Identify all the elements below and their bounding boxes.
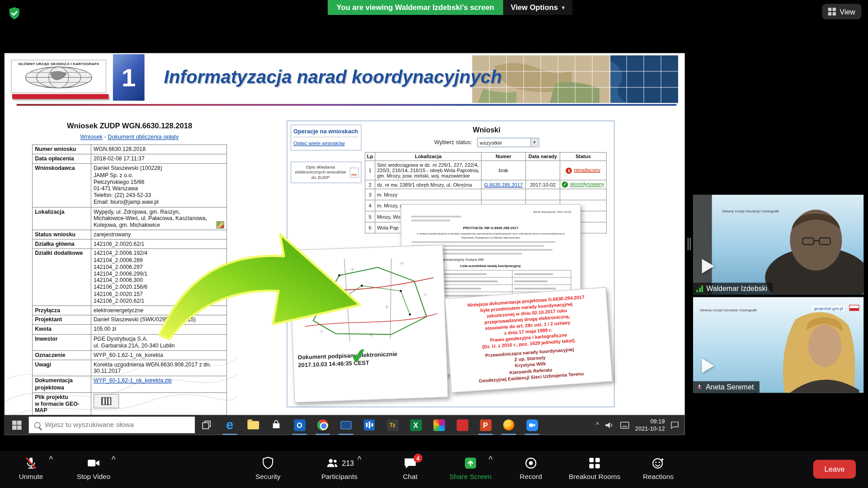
pay-many-link[interactable]: Opłać wiele wniosków: [293, 140, 345, 146]
participant-name: Aneta Seremet: [706, 383, 754, 391]
status-unpaid-link[interactable]: nieopłacony: [574, 167, 600, 173]
excel-icon[interactable]: X: [404, 415, 427, 435]
media-app-icon[interactable]: [358, 415, 381, 435]
portal-title: Wnioski: [365, 126, 609, 134]
keyboard-icon[interactable]: [620, 421, 630, 428]
encryption-shield-icon[interactable]: [7, 5, 22, 21]
project-zip-link[interactable]: WYP_60-1,62-1_nk_korekta.zip: [94, 378, 172, 384]
view-button[interactable]: View: [822, 4, 861, 19]
security-button[interactable]: Security: [240, 455, 295, 481]
view-options-label: View Options: [511, 3, 558, 11]
aneta-silhouette: [693, 297, 863, 393]
participant-video-aneta[interactable]: Główny Urząd Geodezji i Kartografii geop…: [693, 297, 863, 393]
notifications-icon[interactable]: [670, 421, 679, 430]
geo-map-file-icon[interactable]: [94, 394, 119, 408]
photos-icon[interactable]: [427, 415, 450, 435]
sidebar-help-text: Opis składania elektronicznych wniosków …: [293, 165, 348, 180]
row-label: Projektant: [33, 315, 91, 325]
row-label: Status wniosku: [33, 230, 91, 239]
fee-document-link[interactable]: Dokument obliczenia opłaty: [108, 133, 179, 140]
table-row: Numer wnioskuWGN.6630.128.2018: [33, 145, 227, 154]
mail-app-icon[interactable]: [451, 415, 474, 435]
stop-video-button[interactable]: ^ Stop Video: [66, 455, 121, 481]
chevron-up-icon[interactable]: ^: [112, 455, 116, 463]
reactions-button[interactable]: Reactions: [631, 455, 686, 481]
chevron-up-icon[interactable]: ^: [488, 455, 492, 463]
view-options-button[interactable]: View Options ▾: [503, 0, 572, 15]
task-view-button[interactable]: [195, 415, 218, 435]
zoom-toolbar: ^ Unmute ^ Stop Video Security 213 ^ Par…: [0, 451, 868, 488]
taskbar-clock[interactable]: 09:19 2021-10-12: [635, 418, 665, 432]
col-numer: Numer: [481, 152, 526, 160]
search-input[interactable]: [45, 421, 189, 429]
chevron-up-icon[interactable]: ^: [49, 455, 53, 463]
row-label: Wnioskodawca: [33, 164, 91, 207]
world-map-image: [472, 55, 678, 103]
tray-chevron-icon[interactable]: ^: [596, 421, 599, 429]
panel-collapse-handle[interactable]: [687, 235, 692, 253]
protocol-date: Mińsk Mazowiecki, 2017-10-02: [410, 210, 571, 213]
breakout-rooms-label: Breakout Rooms: [564, 473, 625, 481]
record-button[interactable]: Record: [503, 455, 558, 481]
share-screen-icon: [463, 456, 478, 470]
play-icon[interactable]: [702, 259, 714, 273]
chrome-icon[interactable]: [311, 415, 334, 435]
row-label: Dokumentacja projektowa: [33, 376, 91, 393]
un unmute-button[interactable]: ^ Unmute: [3, 455, 58, 481]
table-row: Kwota105.00 zł: [33, 325, 227, 334]
row-value: Wypędy, ul. Zdrojowa, gm. Raszyn, Michał…: [94, 208, 207, 229]
status-filter-label: Wybierz status:: [434, 139, 472, 145]
row-label: Numer wniosku: [33, 145, 91, 154]
map-thumbnail-icon[interactable]: [217, 221, 224, 229]
leave-button[interactable]: Leave: [813, 460, 856, 479]
taskbar-search[interactable]: [29, 417, 195, 433]
status-select-value: wszystkie: [477, 140, 530, 145]
store-icon[interactable]: [264, 415, 288, 435]
row-label: Przyłącza: [33, 305, 91, 315]
row-label: Działka główna: [33, 239, 91, 249]
table-row: Przyłączaelektroenergetyczne: [33, 305, 227, 315]
firefox-icon[interactable]: [497, 415, 520, 435]
participants-icon: [325, 456, 339, 470]
table-row: WnioskodawcaDaniel Staszewski (100228) J…: [33, 164, 227, 207]
chat-badge: 4: [414, 454, 423, 463]
signal-bars-icon: [696, 285, 703, 292]
start-button[interactable]: [5, 415, 29, 435]
zoom-app-icon[interactable]: [520, 415, 543, 435]
powerpoint-icon[interactable]: P: [474, 415, 497, 435]
breakout-rooms-button[interactable]: Breakout Rooms: [564, 455, 625, 481]
wniosek-table: Numer wnioskuWGN.6630.128.2018 Data opła…: [32, 145, 227, 416]
outlook-icon[interactable]: O: [288, 415, 311, 435]
status-coordinated-link[interactable]: skoordynowany: [570, 182, 604, 187]
chat-button[interactable]: 4 Chat: [382, 455, 438, 481]
play-icon[interactable]: [702, 358, 714, 373]
row-value: WGN.6630.128.2018: [94, 146, 146, 152]
participants-button[interactable]: 213 ^ Participants: [311, 455, 367, 481]
col-data-narady: Data narady: [526, 152, 560, 160]
share-screen-button[interactable]: ^ Share Screen: [443, 455, 498, 481]
col-status: Status: [560, 152, 607, 160]
volume-icon[interactable]: [604, 421, 614, 429]
status-select[interactable]: wszystkie ▾: [477, 138, 539, 147]
search-icon: [34, 422, 40, 428]
technical-map-drawing: [294, 250, 441, 348]
reactions-smiley-icon: [651, 456, 665, 470]
wniosek-title: Wniosek ZUDP WGN.6630.128.2018: [32, 122, 227, 130]
wniosek-link[interactable]: Wniosek: [80, 133, 103, 140]
participants-count: 213: [342, 459, 354, 467]
chevron-up-icon[interactable]: ^: [357, 455, 361, 463]
table-row: 2 dz. nr ew. 2389/1 obręb Mrozy, ul. Okr…: [365, 180, 607, 189]
title-divider: [17, 104, 677, 106]
7zip-icon[interactable]: 7z: [381, 415, 404, 435]
edge-icon[interactable]: e: [218, 415, 241, 435]
participant-video-waldemar[interactable]: Główny Urząd Geodezji i Kartografii Wald…: [693, 195, 863, 294]
zoom-app-window: You are viewing Waldemar Izdebski's scre…: [0, 0, 868, 488]
record-label: Record: [503, 473, 558, 481]
case-number-link[interactable]: G.6630.285.2017: [484, 182, 523, 187]
file-explorer-icon[interactable]: [241, 415, 264, 435]
geo-map-app-icon[interactable]: [335, 415, 358, 435]
sidebar-help-box[interactable]: Opis składania elektronicznych wniosków …: [291, 162, 362, 183]
protocol-subtitle: z narady koordynacyjnej w sprawie uzgodn…: [416, 232, 566, 239]
clock-time: 09:19: [635, 418, 665, 425]
table-row: Działka główna142106_2.0020.62/1: [33, 239, 227, 249]
